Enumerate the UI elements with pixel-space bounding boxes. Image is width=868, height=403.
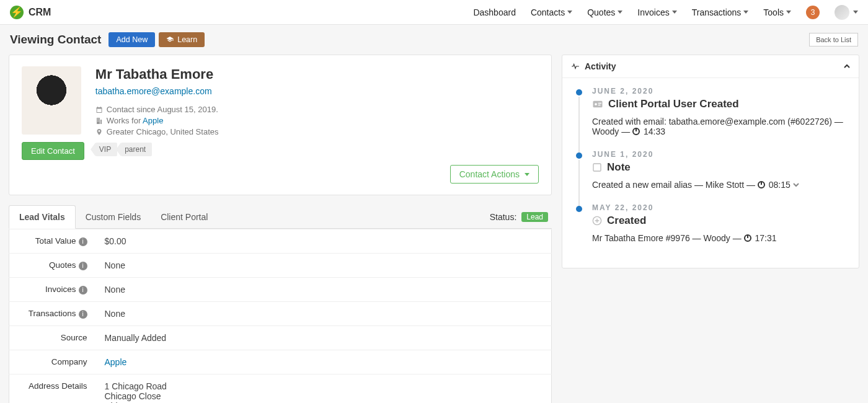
nav-transactions[interactable]: Transactions: [692, 7, 749, 17]
activity-item: June 1, 2020NoteCreated a new email alia…: [574, 150, 848, 203]
table-row: Address Details1 Chicago RoadChicago Clo…: [9, 374, 552, 404]
collapse-button[interactable]: [844, 61, 850, 71]
activity-title: Activity: [585, 61, 616, 71]
nav-invoices[interactable]: Invoices: [637, 7, 676, 17]
chevron-up-icon: [844, 63, 850, 69]
company-link[interactable]: Apple: [105, 357, 127, 367]
status-label: Status:: [490, 212, 517, 222]
svg-rect-4: [598, 105, 601, 106]
chevron-down-icon: [743, 11, 748, 14]
activity-body: Created a new email alias — Mike Stott —…: [592, 180, 848, 190]
clock-icon: [632, 128, 640, 135]
vitals-section: Lead VitalsCustom FieldsClient Portal St…: [9, 205, 552, 403]
lead-vitals-table: Total Valuei$0.00QuotesiNoneInvoicesiNon…: [9, 229, 552, 403]
info-icon[interactable]: i: [79, 262, 87, 270]
nav-quotes[interactable]: Quotes: [587, 7, 622, 17]
back-to-list-button[interactable]: Back to List: [809, 33, 858, 46]
table-row: InvoicesiNone: [9, 278, 552, 302]
learn-button[interactable]: Learn: [159, 32, 205, 47]
tab-bar: Lead VitalsCustom FieldsClient Portal St…: [9, 205, 552, 229]
table-row: SourceManually Added: [9, 326, 552, 350]
chevron-down-icon: [567, 11, 572, 14]
tab-custom-fields[interactable]: Custom Fields: [76, 206, 151, 228]
chevron-down-icon: [672, 11, 677, 14]
activity-title: Note: [592, 161, 848, 174]
tab-lead-vitals[interactable]: Lead Vitals: [9, 205, 76, 229]
info-icon[interactable]: i: [79, 310, 87, 319]
svg-rect-5: [593, 164, 601, 171]
tag-parent[interactable]: parent: [121, 143, 152, 156]
svg-rect-3: [598, 103, 601, 104]
contact-photo: [22, 66, 81, 135]
activity-body: Created with email: tabatha.emore@exampl…: [592, 117, 848, 136]
tab-client-portal[interactable]: Client Portal: [151, 206, 218, 228]
status-pill: Lead: [521, 212, 548, 222]
chevron-down-icon: [525, 173, 529, 176]
info-icon[interactable]: i: [79, 286, 87, 294]
clock-icon: [744, 234, 751, 242]
location-icon: [95, 128, 103, 136]
contact-name: Mr Tabatha Emore: [95, 66, 539, 82]
activity-title: Client Portal User Created: [592, 98, 848, 110]
page-title: Viewing Contact: [10, 33, 101, 46]
user-menu[interactable]: [835, 5, 858, 20]
company-link[interactable]: Apple: [143, 116, 163, 125]
add-new-button[interactable]: Add New: [108, 32, 155, 47]
clock-icon: [758, 181, 765, 188]
info-icon[interactable]: i: [79, 237, 87, 246]
graduation-cap-icon: [166, 36, 174, 43]
activity-date: June 2, 2020: [592, 87, 848, 95]
activity-body: Mr Tabatha Emore #9976 — Woody — 17:31: [592, 233, 848, 243]
activity-item: June 2, 2020Client Portal User CreatedCr…: [574, 87, 848, 150]
nav-contacts[interactable]: Contacts: [531, 7, 572, 17]
nav-dashboard[interactable]: Dashboard: [473, 7, 516, 17]
activity-date: May 22, 2020: [592, 203, 848, 212]
profile-panel: Edit Contact Mr Tabatha Emore tabatha.em…: [9, 55, 552, 195]
notifications-badge[interactable]: 3: [806, 6, 820, 19]
activity-title: Created: [592, 215, 848, 227]
chevron-down-icon: [618, 11, 622, 14]
chevron-down-icon[interactable]: [793, 182, 799, 188]
contact-location: Greater Chicago, United States: [95, 127, 539, 136]
activity-date: June 1, 2020: [592, 150, 848, 159]
contact-since: Contact since August 15, 2019.: [95, 105, 539, 114]
calendar-icon: [95, 106, 103, 113]
table-row: TransactionsiNone: [9, 302, 552, 326]
brand-text: CRM: [29, 7, 51, 18]
activity-item: May 22, 2020CreatedMr Tabatha Emore #997…: [574, 203, 848, 257]
svg-point-2: [595, 103, 597, 105]
chevron-down-icon: [786, 11, 791, 14]
brand[interactable]: ⚡ CRM: [10, 6, 51, 19]
top-nav: ⚡ CRM DashboardContactsQuotesInvoicesTra…: [0, 0, 868, 25]
contact-email-link[interactable]: tabatha.emore@example.com: [95, 86, 212, 96]
table-row: Total Valuei$0.00: [9, 229, 552, 254]
nav-tools[interactable]: Tools: [763, 7, 791, 17]
brand-logo-icon: ⚡: [10, 6, 24, 19]
tag-vip[interactable]: VIP: [95, 143, 117, 156]
tag-row: VIPparent: [95, 143, 539, 156]
svg-rect-1: [593, 101, 603, 108]
activity-panel: Activity June 2, 2020Client Portal User …: [562, 55, 859, 268]
subheader: Viewing Contact Add New Learn Back to Li…: [0, 25, 868, 55]
edit-contact-button[interactable]: Edit Contact: [22, 142, 84, 160]
table-row: CompanyApple: [9, 350, 552, 374]
user-avatar[interactable]: [835, 5, 849, 20]
contact-actions-button[interactable]: Contact Actions: [450, 165, 539, 184]
chevron-down-icon: [853, 11, 858, 14]
heartbeat-icon: [571, 62, 580, 71]
contact-company-line: Works for Apple: [95, 116, 539, 125]
table-row: QuotesiNone: [9, 254, 552, 278]
building-icon: [95, 117, 103, 125]
